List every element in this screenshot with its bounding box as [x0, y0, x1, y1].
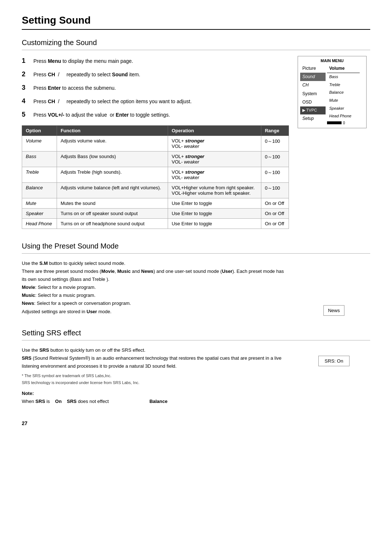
menu-item-speaker: Speaker: [327, 105, 360, 113]
menu-item-mute: Mute: [327, 97, 360, 105]
function-headphone: Turns on or off headphone sound output: [57, 219, 168, 229]
function-treble: Adjusts Treble (high sounds).: [57, 167, 168, 183]
menu-item-sound: Sound: [300, 73, 326, 81]
volume-bar: [327, 121, 342, 124]
table-row: Bass Adjusts Bass (low sounds) VOL+ stro…: [22, 152, 289, 167]
step-4-text: Press CH / repeatedly to select the opti…: [33, 98, 192, 105]
function-balance: Adjusts volume balance (left and right v…: [57, 183, 168, 198]
trademark-1: * The SRS symbol are trademark of SRS La…: [22, 372, 289, 379]
preset-line-2: There are three preset sound modes (Movi…: [22, 267, 289, 283]
step-5-num: 5: [22, 110, 30, 120]
table-row: Treble Adjusts Treble (high sounds). VOL…: [22, 167, 289, 183]
section2-right: News: [298, 259, 370, 316]
srs-text-block: Use the SRS button to quickly turn on or…: [22, 346, 289, 406]
section-preset-sound: Using the Preset Sound Mode Use the S.M …: [22, 242, 370, 316]
table-header-range: Range: [261, 126, 289, 136]
table-row: Balance Adjusts volume balance (left and…: [22, 183, 289, 198]
operation-bass: VOL+ strongerVOL- weaker: [168, 152, 261, 167]
range-headphone: On or Off: [261, 219, 289, 229]
step-3-num: 3: [22, 83, 30, 93]
menu-item-system: System: [300, 90, 326, 98]
step-1: 1 Press Menu to display the menu main pa…: [22, 56, 289, 66]
operation-mute: Use Enter to toggle: [168, 198, 261, 209]
menu-layout: Picture Sound CH System OSD ▶ TVPC Setup…: [300, 64, 364, 126]
section2-left: Use the S.M button to quickly select sou…: [22, 259, 289, 316]
section1-title: Customizing the Sound: [22, 39, 370, 47]
table-row: Volume Adjusts volume value. VOL+ strong…: [22, 136, 289, 152]
range-treble: 0～100: [261, 167, 289, 183]
menu-item-balance: Balance: [327, 89, 360, 97]
section2-title: Using the Preset Sound Mode: [22, 242, 370, 250]
preset-text-block: Use the S.M button to quickly select sou…: [22, 259, 289, 316]
operation-headphone: Use Enter to toggle: [168, 219, 261, 229]
note-section: Note: When SRS is On SRS does not effect…: [22, 389, 289, 405]
range-speaker: On or Off: [261, 209, 289, 219]
option-speaker: Speaker: [22, 209, 57, 219]
section3-layout: Use the SRS button to quickly turn on or…: [22, 346, 370, 406]
operation-volume: VOL+ strongerVOL- weaker: [168, 136, 261, 152]
option-balance: Balance: [22, 183, 57, 198]
section3-left: Use the SRS button to quickly turn on or…: [22, 346, 289, 406]
section1-right: MAIN MENU Picture Sound CH System OSD ▶ …: [298, 56, 370, 229]
range-balance: 0～100: [261, 183, 289, 198]
section3-divider: [22, 340, 370, 340]
option-volume: Volume: [22, 136, 57, 152]
section2-divider: [22, 253, 370, 254]
range-volume: 0～100: [261, 136, 289, 152]
news-box: News: [323, 305, 345, 316]
trademark-notes: * The SRS symbol are trademark of SRS La…: [22, 372, 289, 386]
step-5-text: Press VOL+/- to adjust the value or Ente…: [33, 111, 170, 119]
menu-item-ch: CH: [300, 81, 326, 89]
operation-balance: VOL+Higher volume from right speaker.VOL…: [168, 183, 261, 198]
option-bass: Bass: [22, 152, 57, 167]
step-5: 5 Press VOL+/- to adjust the value or En…: [22, 110, 289, 120]
step-3: 3 Press Enter to access the submenu.: [22, 83, 289, 93]
table-header-function: Function: [57, 126, 168, 136]
sound-options-table: Option Function Operation Range Volume A…: [22, 125, 289, 229]
preset-line-movie: Movie: Select for a movie program.: [22, 283, 289, 291]
function-mute: Mutes the sound: [57, 198, 168, 209]
function-speaker: Turns on or off speaker sound output: [57, 209, 168, 219]
preset-line-music: Music: Select for a music program.: [22, 291, 289, 299]
srs-line-1: Use the SRS button to quickly turn on or…: [22, 346, 289, 354]
section3-title: Setting SRS effect: [22, 329, 370, 337]
table-row: Mute Mutes the sound Use Enter to toggle…: [22, 198, 289, 209]
menu-left-col: Picture Sound CH System OSD ▶ TVPC Setup: [300, 64, 326, 126]
page-title: Setting Sound: [22, 15, 370, 30]
main-menu-box: MAIN MENU Picture Sound CH System OSD ▶ …: [298, 56, 367, 128]
preset-line-1: Use the S.M button to quickly select sou…: [22, 259, 289, 267]
section-srs: Setting SRS effect Use the SRS button to…: [22, 329, 370, 406]
operation-treble: VOL+ strongerVOL- weaker: [168, 167, 261, 183]
range-mute: On or Off: [261, 198, 289, 209]
section1-layout: 1 Press Menu to display the menu main pa…: [22, 56, 370, 229]
menu-item-headphone: Head Phone: [327, 112, 360, 120]
section3-right: SRS: On: [298, 346, 370, 406]
volume-zero-label: 0: [343, 121, 345, 125]
step-1-text: Press Menu to display the menu main page…: [33, 57, 133, 65]
section-customizing-sound: Customizing the Sound 1 Press Menu to di…: [22, 39, 370, 229]
step-2: 2 Press CH / repeatedly to select Sound …: [22, 69, 289, 79]
table-header-operation: Operation: [168, 126, 261, 136]
table-header-option: Option: [22, 126, 57, 136]
menu-right-col: Volume Bass Treble Balance Mute Speaker …: [327, 64, 360, 126]
steps-list: 1 Press Menu to display the menu main pa…: [22, 56, 289, 120]
option-treble: Treble: [22, 167, 57, 183]
menu-item-treble: Treble: [327, 81, 360, 89]
menu-item-volume: Volume: [327, 64, 360, 73]
preset-line-news: News: Select for a speech or conversatio…: [22, 299, 289, 307]
step-4-num: 4: [22, 96, 30, 106]
operation-speaker: Use Enter to toggle: [168, 209, 261, 219]
section1-divider: [22, 50, 370, 50]
srs-line-2: SRS (Sound Retrieval System®) is an audi…: [22, 354, 289, 370]
table-row: Head Phone Turns on or off headphone sou…: [22, 219, 289, 229]
step-2-num: 2: [22, 69, 30, 79]
section2-layout: Use the S.M button to quickly select sou…: [22, 259, 370, 316]
function-volume: Adjusts volume value.: [57, 136, 168, 152]
volume-bar-row: 0: [327, 120, 360, 126]
menu-item-osd: OSD: [300, 98, 326, 106]
srs-box: SRS: On: [318, 356, 349, 366]
range-bass: 0～100: [261, 152, 289, 167]
option-mute: Mute: [22, 198, 57, 209]
menu-item-picture: Picture: [300, 64, 326, 73]
table-row: Speaker Turns on or off speaker sound ou…: [22, 209, 289, 219]
